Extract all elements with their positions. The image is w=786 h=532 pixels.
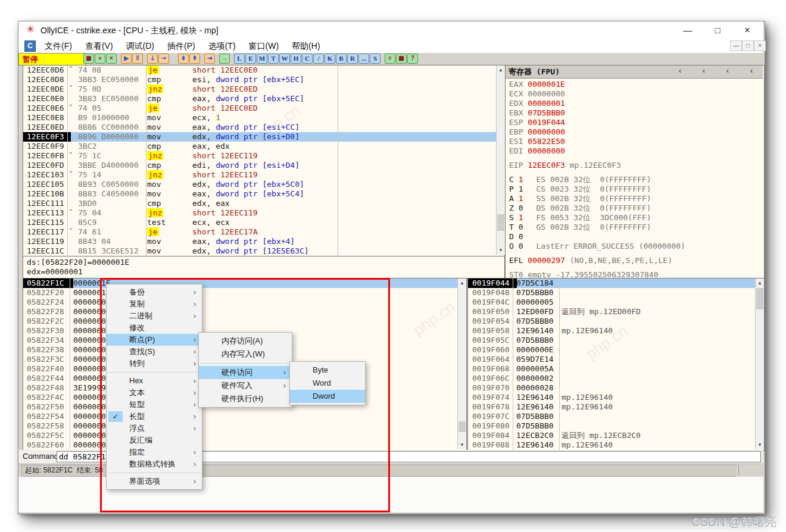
handles-button[interactable]: H <box>291 54 301 64</box>
mdi-close-button[interactable]: × <box>754 40 766 51</box>
context-menu-item[interactable]: 硬件访问› <box>199 366 292 379</box>
step-into-icon[interactable]: ⇣ <box>147 54 158 64</box>
stack-row[interactable]: 0019F05812E96140mp.12E96140 <box>468 326 755 336</box>
scroll-up-icon[interactable]: ▲ <box>756 278 764 287</box>
context-menu-item[interactable]: 转到› <box>107 358 202 370</box>
chevron-left-icon[interactable]: ‹ <box>720 67 735 76</box>
stack-row[interactable]: 0019F08007D5BBB0 <box>468 421 755 431</box>
disasm-row[interactable]: 12EEC0D6ˇ74 08jeshort 12EEC0E0 <box>23 65 496 75</box>
stack-row[interactable]: 0019F05C07D5BBB0 <box>468 336 755 345</box>
stack-row[interactable]: 0019F07812E96140mp.12E96140 <box>468 402 755 412</box>
context-menu-item[interactable]: 备份› <box>107 286 202 298</box>
context-menu-item[interactable]: 内存访问(A) <box>199 334 292 348</box>
scroll-down-icon[interactable]: ▼ <box>756 440 764 449</box>
dump-row[interactable]: 05822F5C00000000 <box>23 431 457 440</box>
stack-row[interactable]: 0019F04C00000005 <box>468 298 755 307</box>
dump-row[interactable]: 05822F5400000000 <box>23 412 457 421</box>
log-window-button[interactable]: L <box>234 54 245 64</box>
scroll-down-icon[interactable]: ▼ <box>497 246 505 255</box>
menubar-item[interactable]: 插件(P) <box>161 39 202 53</box>
dump-scrollbar[interactable]: ▲ ▼ <box>457 278 466 449</box>
context-menu-item[interactable]: 数据格式转换› <box>107 458 202 470</box>
disasm-scrollbar[interactable]: ▲ ▼ <box>496 65 505 255</box>
dump-row[interactable]: 05822F1C0000001E <box>23 278 457 288</box>
stack-scrollbar[interactable]: ▲ ▼ <box>755 278 764 449</box>
disasm-row[interactable]: 12EEC11C8B15 3CE6E512movedx, dword ptr [… <box>23 246 496 256</box>
maximize-button[interactable]: □ <box>709 24 726 37</box>
disasm-row[interactable]: 12EEC0F93BC2cmpeax, edx <box>23 142 496 151</box>
context-menu-item[interactable]: 文本› <box>107 387 202 399</box>
menubar-item[interactable]: 选项(T) <box>202 39 242 53</box>
minimize-button[interactable]: — <box>679 24 697 37</box>
disasm-row[interactable]: 12EEC1198B43 04moveax, dword ptr [ebx+4] <box>23 237 496 246</box>
options-icon[interactable]: ≡ <box>385 54 395 64</box>
stack-row[interactable]: 0019F08412ECB2C0返回到 mp.12ECB2C0 <box>468 431 755 440</box>
stack-pane[interactable]: 0019F04407D5C1840019F04807D5BBB00019F04C… <box>467 278 765 451</box>
scroll-up-icon[interactable]: ▲ <box>458 278 466 287</box>
open-file-icon[interactable]: ▦ <box>83 54 94 64</box>
context-menu-item[interactable]: 浮点› <box>107 423 202 434</box>
disassembly-pane[interactable]: 12EEC0D6ˇ74 08jeshort 12EEC0E012EEC0D83B… <box>23 65 505 256</box>
dump-row[interactable]: 05822F200000001E <box>23 288 457 298</box>
scroll-down-icon[interactable]: ▼ <box>458 440 466 449</box>
disasm-row[interactable]: 12EEC103ˇ75 14jnzshort 12EEC119 <box>23 170 496 180</box>
context-menu-item[interactable]: Word <box>290 377 365 390</box>
memory-map-button[interactable]: M <box>257 54 267 64</box>
menubar-item[interactable]: 调试(D) <box>120 39 161 53</box>
registers-pane[interactable]: 寄存器 (FPU) ‹ ‹ ‹ ‹ EAX 0000001EECX 000000… <box>505 65 765 278</box>
menubar-item[interactable]: 窗口(W) <box>242 39 286 53</box>
step-over-icon[interactable]: ⇢ <box>158 54 169 64</box>
stack-row[interactable]: 0019F07412E96140mp.12E96140 <box>468 393 755 402</box>
context-menu-item[interactable]: 短型› <box>107 399 202 411</box>
goto-icon[interactable]: → <box>219 54 230 64</box>
disasm-row[interactable]: 12EEC0D83BB3 EC050000cmpesi, dword ptr [… <box>23 75 496 85</box>
disasm-row[interactable]: 12EEC0E8B9 01000000movecx, 1 <box>23 113 496 123</box>
stack-row[interactable]: 0019F04407D5C184 <box>468 278 755 288</box>
stack-row[interactable]: 0019F0600000000E <box>468 345 755 355</box>
dump-row[interactable]: 05822F2400000000 <box>23 298 457 307</box>
pause-icon[interactable]: ‖ <box>132 54 143 64</box>
disasm-row[interactable]: 12EEC0FBˇ75 1Cjnzshort 12EEC119 <box>23 151 496 161</box>
context-menu-item[interactable]: 修改 <box>107 322 202 334</box>
stack-row[interactable]: 0019F0680000005A <box>468 364 755 374</box>
appearance-icon[interactable]: ▩ <box>396 54 407 64</box>
windows-button[interactable]: W <box>279 54 290 64</box>
help-icon[interactable]: ? <box>407 54 418 64</box>
stack-row[interactable]: 0019F05012ED00FD返回到 mp.12ED00FD <box>468 307 755 317</box>
context-menu-item[interactable]: 硬件写入› <box>199 379 292 392</box>
disasm-row[interactable]: 12EEC10B8B83 C4050000moveax, dword ptr [… <box>23 189 496 199</box>
disasm-row[interactable]: 12EEC0DEˇ75 0Djnzshort 12EEC0ED <box>23 85 496 94</box>
context-menu-item[interactable]: Dword <box>290 390 365 403</box>
dump-row[interactable]: 05822F2800000000 <box>23 307 457 317</box>
context-menu-item[interactable]: 硬件执行(H) <box>199 392 292 405</box>
breakpoints-button[interactable]: B <box>336 54 347 64</box>
context-menu-item[interactable]: Hex› <box>107 375 202 387</box>
context-menu-item[interactable]: 断点(P)› <box>107 334 202 346</box>
disasm-row[interactable]: 12EEC1113BD0cmpedx, eax <box>23 199 496 208</box>
run-trace-button[interactable]: ... <box>358 54 369 64</box>
chevron-left-icon[interactable]: ‹ <box>744 67 759 76</box>
stack-row[interactable]: 0019F08812E96140mp.12E96140 <box>468 440 755 450</box>
scroll-thumb[interactable] <box>458 421 466 432</box>
context-menu-item[interactable]: Byte <box>290 364 365 377</box>
menubar-item[interactable]: 查看(V) <box>79 39 120 53</box>
context-menu-item[interactable]: 查找(S)› <box>107 346 202 358</box>
disasm-row[interactable]: 12EEC0FD3BBE D4000000cmpedi, dword ptr [… <box>23 161 496 170</box>
mdi-restore-button[interactable]: □ <box>742 40 754 51</box>
stack-row[interactable]: 0019F07000000028 <box>468 383 755 393</box>
scroll-up-icon[interactable]: ▲ <box>497 65 505 74</box>
scroll-thumb[interactable] <box>497 214 504 231</box>
close-icon[interactable]: × <box>106 54 117 64</box>
disasm-row[interactable]: 12EEC0F38B96 D0000000movedx, dword ptr [… <box>23 132 496 142</box>
disasm-row[interactable]: 12EEC0ED8B86 CC000000moveax, dword ptr [… <box>23 123 496 132</box>
disasm-row[interactable]: 12EEC113ˇ75 04jnzshort 12EEC119 <box>23 208 496 218</box>
source-button[interactable]: S <box>370 54 380 64</box>
patches-button[interactable]: / <box>313 54 324 64</box>
menubar-item[interactable]: 文件(F) <box>38 39 79 53</box>
context-menu-item[interactable]: 复制› <box>107 298 202 310</box>
stack-row[interactable]: 0019F04807D5BBB0 <box>468 288 755 298</box>
disasm-row[interactable]: 12EEC117ˇ74 61jeshort 12EEC17A <box>23 227 496 237</box>
scroll-thumb[interactable] <box>756 288 763 309</box>
dump-row[interactable]: 05822F2C00000000 <box>23 317 457 326</box>
disasm-row[interactable]: 12EEC11585C9testecx, ecx <box>23 218 496 227</box>
